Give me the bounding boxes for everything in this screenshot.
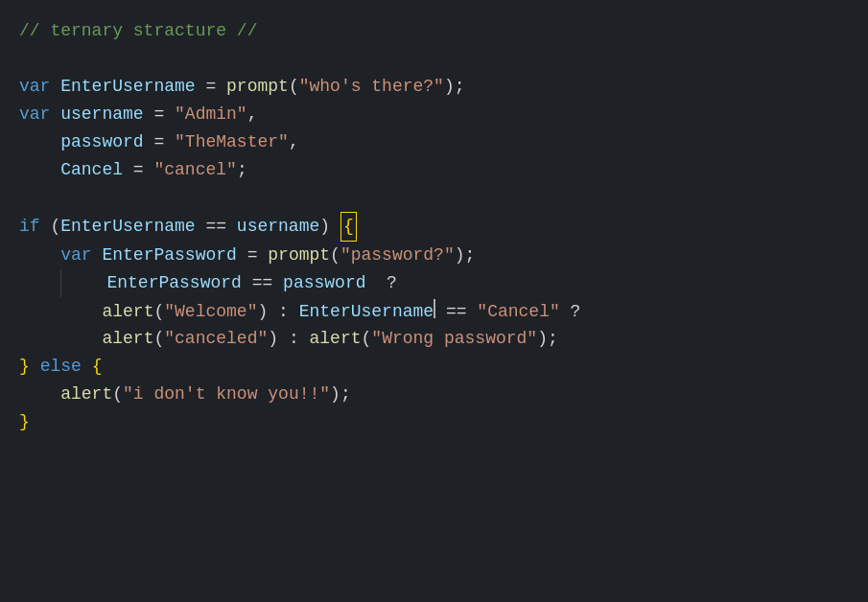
line-empty-2 <box>19 184 849 212</box>
paren2: ) <box>444 73 455 101</box>
line-var-cancel: Cancel = "cancel"; <box>19 156 849 184</box>
var-password: password <box>60 128 153 156</box>
op-eqeq3: == <box>446 298 477 326</box>
line-else: } else { <box>19 353 849 381</box>
indent-cancel <box>19 156 60 184</box>
str-themaster: "TheMaster" <box>175 128 289 156</box>
line-ternary-false: alert("canceled") : alert("Wrong passwor… <box>19 325 849 353</box>
kw-else: else <box>40 353 92 381</box>
fn-alert1: alert <box>102 298 153 326</box>
paren4: ) <box>455 242 465 269</box>
colon2: : <box>289 325 310 353</box>
semi2: ; <box>237 156 247 184</box>
var-username-if: username <box>237 213 319 241</box>
op-eq1: = <box>205 73 226 101</box>
space-t2 <box>435 298 446 326</box>
paren6: ) <box>257 298 278 326</box>
var-enterusername: EnterUsername <box>60 73 205 101</box>
brace-close: } <box>19 408 30 436</box>
str-cancel: "cancel" <box>153 156 236 184</box>
str-admin: "Admin" <box>175 101 247 128</box>
semi5: ; <box>340 381 351 408</box>
line-ternary-cond: | EnterPassword == password ? <box>19 269 849 297</box>
fn-prompt1: prompt <box>226 73 289 101</box>
kw-if: if <box>19 213 50 241</box>
line-empty-1 <box>19 45 849 73</box>
kw-var1: var <box>19 73 60 101</box>
op-eq2: = <box>153 101 175 128</box>
line-1: // ternary stracture // <box>19 17 849 45</box>
comment-text: // ternary stracture // <box>19 17 257 45</box>
var-password-t: password <box>283 269 365 297</box>
brace-if-open: { <box>340 212 357 242</box>
var-enterpassword-t: EnterPassword <box>106 269 251 297</box>
str-password: "password?" <box>340 242 455 269</box>
brace-if-close: } <box>19 353 30 381</box>
var-cancel: Cancel <box>60 156 133 184</box>
var-username: username <box>60 101 153 128</box>
semi4: ; <box>548 325 558 353</box>
paren5: ( <box>153 298 164 326</box>
indent1 <box>19 242 60 269</box>
paren12: ) <box>330 381 340 408</box>
ternary-q2: ? <box>571 298 581 326</box>
kw-var2: var <box>19 101 60 128</box>
paren3: ( <box>330 242 340 269</box>
str-cancel-t: "Cancel" <box>477 298 559 326</box>
ternary-q1: ? <box>387 269 397 297</box>
line-if: if (EnterUsername == username) { <box>19 212 849 242</box>
str-welcome: "Welcome" <box>164 298 257 326</box>
str-canceled: "canceled" <box>164 325 268 353</box>
indent3 <box>76 269 106 297</box>
semi3: ; <box>465 242 476 269</box>
str-wrongpassword: "Wrong password" <box>371 325 537 353</box>
paren7: ( <box>153 325 164 353</box>
str-dontknow: "i don't know you!!" <box>123 381 330 408</box>
fn-alert4: alert <box>60 381 112 408</box>
kw-var3: var <box>60 242 102 269</box>
space-else <box>30 353 40 381</box>
comma2: , <box>289 128 299 156</box>
var-enterusername-if: EnterUsername <box>60 213 205 241</box>
code-editor: // ternary stracture // var EnterUsernam… <box>0 0 868 602</box>
paren8: ) <box>268 325 289 353</box>
fn-prompt2: prompt <box>268 242 330 269</box>
text-cursor <box>434 299 435 318</box>
indent-pass <box>19 128 60 156</box>
paren-if-open: ( <box>50 213 60 241</box>
op-eq5: = <box>247 242 269 269</box>
paren-if-close: ) <box>319 213 340 241</box>
op-eq4: = <box>133 156 154 184</box>
indent2 <box>19 269 60 297</box>
paren10: ) <box>537 325 548 353</box>
line-var-username: var username = "Admin", <box>19 101 849 128</box>
space-t <box>366 269 387 297</box>
var-enterpassword: EnterPassword <box>102 242 246 269</box>
line-ternary-true: alert("Welcome") : EnterUsername == "Can… <box>19 297 849 326</box>
paren11: ( <box>112 381 123 408</box>
indent4 <box>19 298 102 326</box>
space-t3 <box>560 298 571 326</box>
paren9: ( <box>362 325 372 353</box>
colon1: : <box>278 298 299 326</box>
op-eqeq2: == <box>252 269 283 297</box>
op-eqeq1: == <box>205 213 236 241</box>
line-var-enterpassword: var EnterPassword = prompt("password?"); <box>19 242 849 269</box>
comma1: , <box>247 101 258 128</box>
line-alert-else: alert("i don't know you!!"); <box>19 381 849 408</box>
var-enterusername-t2: EnterUsername <box>299 298 434 326</box>
fn-alert3: alert <box>310 325 362 353</box>
paren1: ( <box>289 73 299 101</box>
indent5 <box>19 325 102 353</box>
line-close-brace: } <box>19 408 849 436</box>
str-whosthere: "who's there?" <box>299 73 444 101</box>
semi1: ; <box>455 73 465 101</box>
op-eq3: = <box>153 128 175 156</box>
brace-else-open: { <box>92 353 103 381</box>
fn-alert2: alert <box>102 325 153 353</box>
indent6 <box>19 381 60 408</box>
line-var-enterusername: var EnterUsername = prompt("who's there?… <box>19 73 849 101</box>
line-var-password: password = "TheMaster", <box>19 128 849 156</box>
